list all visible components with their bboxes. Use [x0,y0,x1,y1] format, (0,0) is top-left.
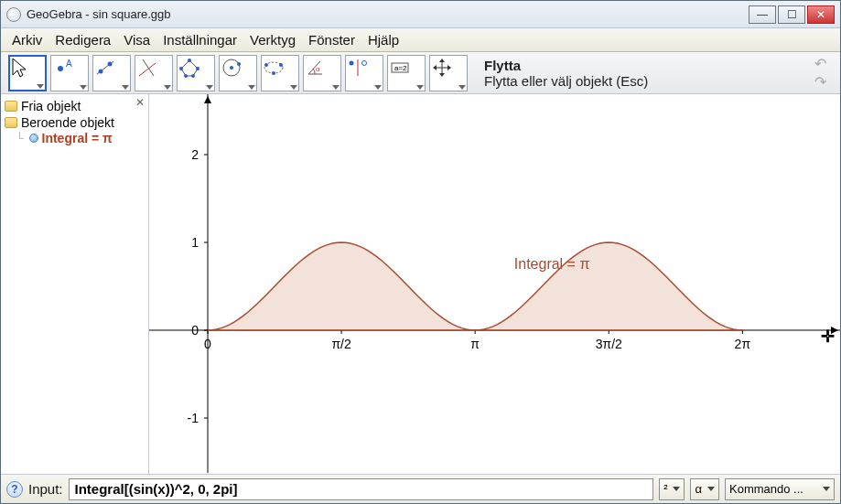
svg-point-0 [58,66,63,71]
symbol-combo[interactable]: α [690,478,719,500]
dropdown-icon[interactable] [248,85,255,90]
command-combo[interactable]: Kommando ... [725,478,835,500]
svg-line-6 [143,59,154,76]
input-label: Input: [28,481,63,497]
point-icon: A [51,56,75,80]
tool-perpendicular[interactable] [135,55,173,91]
svg-text:2: 2 [191,147,199,162]
menu-hjalp[interactable]: Hjälp [362,30,404,49]
svg-text:0: 0 [204,337,211,351]
circle-icon [220,56,243,80]
toolbar: A α a=2 [1,52,840,94]
graphics-view[interactable]: -10120π/2π3π/22πIntegral = π ✛ [149,94,840,474]
tool-move[interactable] [8,55,47,91]
tool-transform[interactable] [345,55,383,91]
svg-point-8 [188,59,191,62]
dropdown-icon[interactable] [80,85,87,90]
input-bar: ? Input: ² α Kommando ... [1,474,840,503]
dropdown-icon[interactable] [374,85,382,90]
dropdown-icon[interactable] [290,85,297,90]
menu-arkiv[interactable]: Arkiv [6,30,48,49]
svg-text:A: A [66,59,72,69]
app-window: GeoGebra - sin square.ggb — ☐ ✕ Arkiv Re… [0,0,841,504]
tool-move-view[interactable] [429,55,468,91]
tree-free-objects[interactable]: Fria objekt [3,98,146,114]
folder-icon [5,101,17,112]
menu-visa[interactable]: Visa [118,30,156,49]
svg-point-9 [196,67,199,70]
svg-text:1: 1 [191,235,199,250]
dropdown-icon[interactable] [206,85,213,90]
app-icon [6,7,21,22]
svg-line-5 [139,63,156,76]
exponent-combo[interactable]: ² [659,478,685,500]
tool-polygon[interactable] [177,55,215,91]
dropdown-icon[interactable] [37,84,44,89]
menu-verktyg[interactable]: Verktyg [244,30,301,49]
svg-text:0: 0 [191,323,199,338]
menu-installningar[interactable]: Inställningar [157,30,243,49]
menu-redigera[interactable]: Redigera [49,30,116,49]
dropdown-icon[interactable] [332,85,340,90]
dropdown-icon [823,487,830,491]
close-panel-icon[interactable]: ✕ [135,96,145,109]
tree-connector-icon: └ [16,132,24,145]
undo-icon[interactable]: ↶ [811,56,829,72]
svg-marker-7 [181,60,198,76]
folder-icon [5,117,17,128]
command-input[interactable] [69,478,654,500]
svg-text:π: π [470,337,480,351]
tool-angle[interactable]: α [303,55,341,91]
tool-point[interactable]: A [50,55,89,91]
svg-point-4 [108,61,113,66]
svg-point-10 [191,74,195,78]
dropdown-icon[interactable] [416,85,424,90]
maximize-button[interactable]: ☐ [778,5,805,24]
menu-fonster[interactable]: Fönster [303,30,361,49]
svg-point-15 [237,62,241,66]
move-view-icon [430,56,454,80]
dropdown-icon[interactable] [164,85,171,90]
svg-text:Integral = π: Integral = π [514,256,590,272]
menubar: Arkiv Redigera Visa Inställningar Verkty… [1,28,840,52]
svg-text:2π: 2π [735,337,751,351]
body: ✕ Fria objekt Beroende objekt └ Integral… [1,94,840,474]
minimize-button[interactable]: — [749,5,776,24]
toolbar-side: ↶ ↷ [811,56,833,91]
redo-icon[interactable]: ↷ [811,74,829,91]
object-dot-icon [29,134,38,143]
close-button[interactable]: ✕ [807,5,835,24]
conic-icon [262,56,286,80]
window-title: GeoGebra - sin square.ggb [27,7,749,21]
line-icon [93,56,117,80]
svg-text:α: α [316,65,320,73]
tool-info: Flytta Flytta eller välj objekt (Esc) [471,58,807,89]
tree-label-dep: Beroende objekt [21,115,114,130]
svg-point-3 [99,69,103,73]
integral-label: Integral = π [42,131,113,145]
tool-slider[interactable]: a=2 [387,55,426,91]
help-icon[interactable]: ? [6,481,23,498]
svg-point-19 [272,71,275,75]
svg-text:a=2: a=2 [394,64,407,72]
tree-item-integral[interactable]: └ Integral = π [16,131,146,145]
svg-point-12 [179,67,183,70]
perpendicular-icon [135,56,159,80]
tool-line[interactable] [92,55,131,91]
algebra-view[interactable]: ✕ Fria objekt Beroende objekt └ Integral… [1,94,149,474]
svg-point-22 [350,60,354,65]
transform-icon [346,56,370,80]
dropdown-icon[interactable] [458,85,466,90]
tool-conic[interactable] [261,55,299,91]
tree-dependent-objects[interactable]: Beroende objekt [3,114,146,131]
dropdown-icon[interactable] [122,85,129,90]
plot-svg: -10120π/2π3π/22πIntegral = π [149,94,840,473]
tool-title: Flytta [484,58,807,73]
svg-point-11 [184,74,188,78]
titlebar[interactable]: GeoGebra - sin square.ggb — ☐ ✕ [1,1,840,28]
svg-point-23 [362,60,367,65]
tool-circle[interactable] [219,55,257,91]
angle-icon: α [304,56,328,80]
arrow-cursor-icon [10,57,28,79]
polygon-icon [178,56,201,80]
